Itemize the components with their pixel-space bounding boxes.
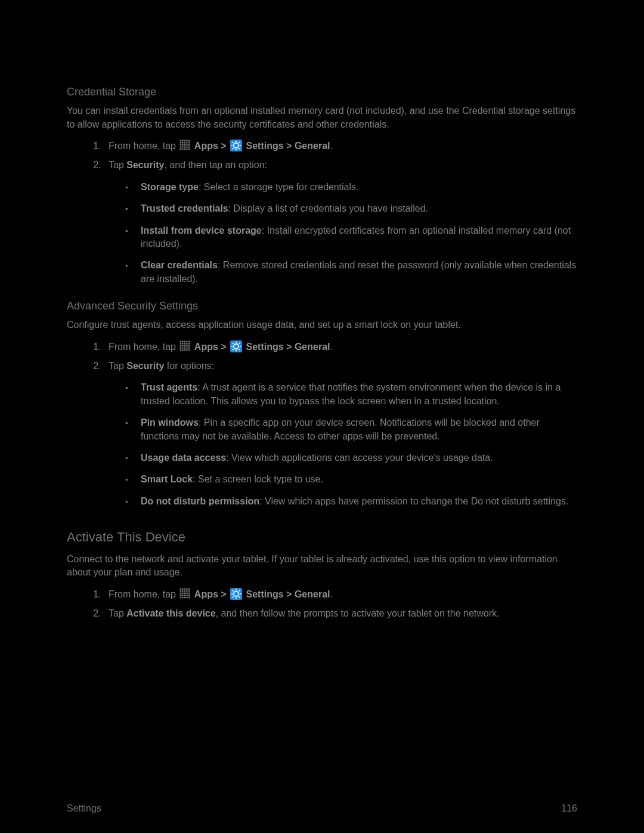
paragraph: Configure trust agents, access applicati… bbox=[67, 318, 577, 332]
page-footer: Settings 116 bbox=[67, 802, 577, 815]
text: From home, tap bbox=[109, 589, 178, 599]
bold-term: Security bbox=[126, 361, 164, 371]
text: Tap bbox=[109, 608, 126, 618]
list-item: Pin windows: Pin a specific app on your … bbox=[125, 416, 577, 443]
page-number: 116 bbox=[561, 802, 577, 815]
list-item: From home, tap Apps > Settings > General… bbox=[104, 588, 577, 601]
list-item: Tap Security for options: Trust agents: … bbox=[104, 360, 577, 508]
text: , and then tap an option: bbox=[164, 160, 267, 170]
paragraph: You can install credentials from an opti… bbox=[67, 104, 577, 131]
text: : A trust agent is a service that notifi… bbox=[141, 382, 561, 405]
text: , and then follow the prompts to activat… bbox=[216, 608, 500, 618]
list-item: Trusted credentials: Display a list of c… bbox=[125, 202, 577, 215]
bold-term: Security bbox=[126, 160, 164, 170]
list-item: Do not disturb permission: View which ap… bbox=[125, 495, 577, 508]
bullet-list: Storage type: Select a storage type for … bbox=[109, 181, 577, 286]
text: Tap bbox=[109, 361, 126, 371]
path-apps: Apps bbox=[194, 141, 218, 151]
heading-activate-device: Activate This Device bbox=[67, 528, 577, 547]
text: for options: bbox=[164, 361, 214, 371]
bullet-list: Trust agents: A trust agent is a service… bbox=[109, 381, 577, 508]
path-separator: > bbox=[221, 342, 229, 352]
text: From home, tap bbox=[109, 141, 178, 151]
text: : Set a screen lock type to use. bbox=[193, 474, 323, 484]
list-item: Trust agents: A trust agent is a service… bbox=[125, 381, 577, 408]
text: Tap bbox=[109, 160, 126, 170]
bold-term: Clear credentials bbox=[141, 260, 218, 270]
list-item: Tap Activate this device, and then follo… bbox=[104, 607, 577, 620]
heading-credential-storage: Credential Storage bbox=[67, 85, 577, 100]
bold-term: Pin windows bbox=[141, 417, 199, 428]
apps-grid-icon bbox=[179, 588, 190, 599]
text: . bbox=[330, 141, 332, 151]
list-item: Smart Lock: Set a screen lock type to us… bbox=[125, 473, 577, 486]
path-apps: Apps bbox=[194, 589, 218, 599]
ordered-list: From home, tap Apps > Settings > General… bbox=[67, 140, 577, 286]
text: : Pin a specific app on your device scre… bbox=[141, 417, 540, 441]
path-settings-general: Settings > General bbox=[246, 342, 330, 352]
path-apps: Apps bbox=[194, 342, 218, 352]
settings-gear-icon bbox=[230, 340, 242, 352]
ordered-list: From home, tap Apps > Settings > General… bbox=[67, 340, 577, 509]
heading-advanced-security: Advanced Security Settings bbox=[67, 299, 577, 314]
path-separator: > bbox=[221, 589, 229, 599]
text: . bbox=[330, 589, 332, 599]
list-item: From home, tap Apps > Settings > General… bbox=[104, 340, 577, 354]
apps-grid-icon bbox=[179, 140, 190, 150]
path-settings-general: Settings > General bbox=[246, 141, 330, 151]
list-item: Usage data access: View which applicatio… bbox=[125, 451, 577, 465]
settings-gear-icon bbox=[230, 140, 242, 151]
list-item: Install from device storage: Install enc… bbox=[125, 224, 577, 251]
ordered-list: From home, tap Apps > Settings > General… bbox=[67, 588, 577, 621]
path-separator: > bbox=[221, 141, 229, 151]
paragraph: Connect to the network and activate your… bbox=[67, 553, 577, 580]
list-item: Tap Security, and then tap an option: St… bbox=[104, 159, 577, 286]
list-item: Clear credentials: Remove stored credent… bbox=[125, 259, 577, 286]
footer-section-label: Settings bbox=[67, 802, 101, 815]
bold-term: Smart Lock bbox=[141, 474, 193, 484]
list-item: From home, tap Apps > Settings > General… bbox=[104, 140, 577, 153]
text: : Display a list of credentials you have… bbox=[228, 203, 428, 213]
bold-term: Install from device storage bbox=[141, 225, 262, 236]
apps-grid-icon bbox=[179, 340, 190, 351]
bold-term: Trusted credentials bbox=[141, 203, 228, 213]
document-page: Credential Storage You can install crede… bbox=[0, 0, 644, 833]
text: : View which applications can access you… bbox=[226, 453, 493, 463]
path-settings-general: Settings > General bbox=[246, 589, 330, 599]
settings-gear-icon bbox=[230, 588, 242, 600]
bold-term: Usage data access bbox=[141, 453, 226, 463]
text: : Select a storage type for credentials. bbox=[199, 182, 359, 192]
bold-term: Storage type bbox=[141, 182, 199, 192]
text: From home, tap bbox=[109, 342, 178, 352]
text: : View which apps have permission to cha… bbox=[259, 496, 568, 506]
bold-term: Trust agents bbox=[141, 382, 197, 392]
text: . bbox=[330, 342, 332, 352]
bold-term: Do not disturb permission bbox=[141, 496, 259, 506]
list-item: Storage type: Select a storage type for … bbox=[125, 181, 577, 194]
bold-term: Activate this device bbox=[126, 608, 215, 618]
